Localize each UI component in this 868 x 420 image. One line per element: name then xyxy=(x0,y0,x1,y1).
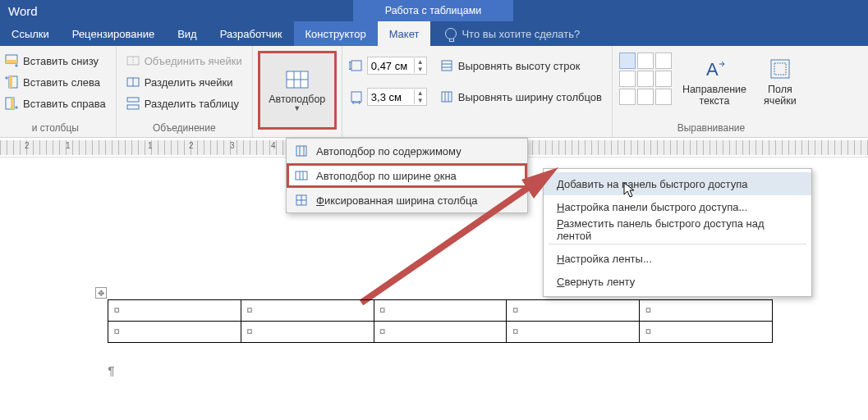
customize-qat-item[interactable]: Настройка панели быстрого доступа... xyxy=(544,195,811,218)
split-cells-icon xyxy=(126,75,140,89)
group-rows-columns: Вставить снизу Вставить слева Вставить с… xyxy=(0,46,117,137)
fixed-width-icon xyxy=(295,194,308,207)
qat-below-ribbon-label: Разместить панель быстрого доступа над л… xyxy=(557,217,798,242)
merge-cells-icon xyxy=(126,54,140,67)
autofit-window-item[interactable]: Автоподбор по ширине окна xyxy=(287,163,527,188)
group-cell-size-label xyxy=(349,122,605,135)
table-cell[interactable]: ¤ xyxy=(507,322,640,343)
spin-down-icon[interactable]: ▼ xyxy=(415,66,426,73)
table-cell[interactable]: ¤ xyxy=(507,300,640,322)
autofit-contents-label: Автоподбор по содержимому xyxy=(316,145,462,158)
align-bot-right[interactable] xyxy=(655,89,672,105)
table-cell[interactable]: ¤ xyxy=(640,322,773,343)
row-height-input[interactable]: ▲▼ xyxy=(367,57,427,75)
table-cell[interactable]: ¤ xyxy=(241,322,374,343)
distribute-rows-icon xyxy=(440,59,453,72)
insert-left-label: Вставить слева xyxy=(23,76,100,89)
tab-view[interactable]: Вид xyxy=(166,21,209,46)
chevron-down-icon: ▼ xyxy=(293,104,301,112)
tab-table-design[interactable]: Конструктор xyxy=(294,21,378,46)
align-top-center[interactable] xyxy=(637,52,654,69)
spin-down-icon[interactable]: ▼ xyxy=(415,97,426,104)
customize-ribbon-item[interactable]: Настройка ленты... xyxy=(544,247,811,270)
svg-rect-17 xyxy=(442,61,452,71)
row-height-icon xyxy=(349,58,364,73)
align-top-right[interactable] xyxy=(655,52,672,69)
table-row[interactable]: ¤ ¤ ¤ ¤ ¤ xyxy=(108,300,773,322)
col-width-input[interactable]: ▲▼ xyxy=(367,88,427,106)
qat-below-ribbon-item[interactable]: Разместить панель быстрого доступа над л… xyxy=(544,218,811,241)
ruler-tick: 3 xyxy=(230,141,235,150)
svg-text:A: A xyxy=(706,59,719,80)
tab-developer[interactable]: Разработчик xyxy=(209,21,294,46)
svg-rect-25 xyxy=(771,60,789,78)
distribute-cols-button[interactable]: Выровнять ширину столбцов xyxy=(437,87,605,107)
split-table-button[interactable]: Разделить таблицу xyxy=(123,94,246,113)
table-cell[interactable]: ¤ xyxy=(374,322,507,343)
split-cells-button[interactable]: Разделить ячейки xyxy=(123,72,246,92)
ribbon-tabs: Ссылки Рецензирование Вид Разработчик Ко… xyxy=(0,21,868,46)
lightbulb-icon xyxy=(445,28,457,39)
autofit-contents-item[interactable]: Автоподбор по содержимому xyxy=(287,139,527,163)
ruler-tick: 2 xyxy=(25,141,30,150)
distribute-cols-label: Выровнять ширину столбцов xyxy=(458,91,602,103)
tab-review[interactable]: Рецензирование xyxy=(61,21,166,46)
insert-right-button[interactable]: Вставить справа xyxy=(2,94,109,113)
ruler-tick: 1 xyxy=(148,141,153,150)
col-width-value[interactable] xyxy=(368,91,414,103)
autofit-icon xyxy=(284,69,310,90)
table-cell[interactable]: ¤ xyxy=(108,322,241,343)
spin-up-icon[interactable]: ▲ xyxy=(415,58,426,66)
svg-rect-16 xyxy=(351,61,361,71)
insert-below-button[interactable]: Вставить снизу xyxy=(2,51,109,71)
autofit-window-label: Автоподбор по ширине окна xyxy=(316,170,457,182)
tell-me-placeholder: Что вы хотите сделать? xyxy=(462,28,580,40)
separator xyxy=(549,244,806,244)
group-merge-label: Объединение xyxy=(123,122,246,135)
table-move-handle[interactable]: ✥ xyxy=(95,287,107,299)
merge-cells-button[interactable]: Объединить ячейки xyxy=(123,51,246,71)
tab-references[interactable]: Ссылки xyxy=(0,21,61,46)
collapse-ribbon-item[interactable]: Свернуть ленту xyxy=(544,270,811,293)
app-name: Word xyxy=(0,4,38,18)
align-top-left[interactable] xyxy=(619,52,636,69)
text-direction-button[interactable]: A Направление текста xyxy=(680,52,749,107)
align-mid-left[interactable] xyxy=(619,71,636,87)
autofit-contents-icon xyxy=(295,144,308,158)
group-cell-size: ▲▼ Выровнять высоту строк ▲▼ xyxy=(342,46,613,137)
table-row[interactable]: ¤ ¤ ¤ ¤ ¤ xyxy=(108,322,773,343)
svg-rect-21 xyxy=(442,92,452,102)
align-bot-left[interactable] xyxy=(619,89,636,105)
cell-margins-icon xyxy=(769,57,792,80)
title-bar: Word Работа с таблицами xyxy=(0,0,868,21)
table-cell[interactable]: ¤ xyxy=(108,300,241,322)
align-mid-center[interactable] xyxy=(637,71,654,87)
insert-right-icon xyxy=(5,97,18,110)
tab-table-layout[interactable]: Макет xyxy=(378,21,431,46)
spin-up-icon[interactable]: ▲ xyxy=(415,89,426,97)
autofit-dropdown: Автоподбор по содержимому Автоподбор по … xyxy=(286,138,528,213)
fixed-width-label: Фиксированная ширина столбца xyxy=(316,194,478,207)
table-cell[interactable]: ¤ xyxy=(640,300,773,322)
context-menu: Добавить на панель быстрого доступа Наст… xyxy=(543,168,812,297)
ruler-tick: 2 xyxy=(189,141,194,150)
table-cell[interactable]: ¤ xyxy=(374,300,507,322)
table-cell[interactable]: ¤ xyxy=(241,300,374,322)
autofit-window-icon xyxy=(295,169,308,182)
autofit-split-button[interactable]: Автоподбор ▼ xyxy=(258,51,337,130)
add-to-qat-item[interactable]: Добавить на панель быстрого доступа xyxy=(544,172,811,195)
cell-margins-button[interactable]: Поля ячейки xyxy=(757,52,803,107)
document-table[interactable]: ¤ ¤ ¤ ¤ ¤ ¤ ¤ ¤ ¤ ¤ xyxy=(108,299,773,343)
fixed-width-item[interactable]: Фиксированная ширина столбца xyxy=(287,188,527,212)
row-height-value[interactable] xyxy=(368,60,414,72)
align-mid-right[interactable] xyxy=(655,71,672,87)
distribute-rows-button[interactable]: Выровнять высоту строк xyxy=(437,56,584,75)
tell-me[interactable]: Что вы хотите сделать? xyxy=(430,21,580,46)
insert-left-button[interactable]: Вставить слева xyxy=(2,72,109,92)
split-cells-label: Разделить ячейки xyxy=(145,76,233,89)
customize-ribbon-label: Настройка ленты... xyxy=(557,253,652,265)
ruler-tick: 1 xyxy=(66,141,71,150)
group-autofit: Автоподбор ▼ xyxy=(253,46,342,137)
split-table-label: Разделить таблицу xyxy=(145,98,239,110)
align-bot-center[interactable] xyxy=(637,89,654,105)
